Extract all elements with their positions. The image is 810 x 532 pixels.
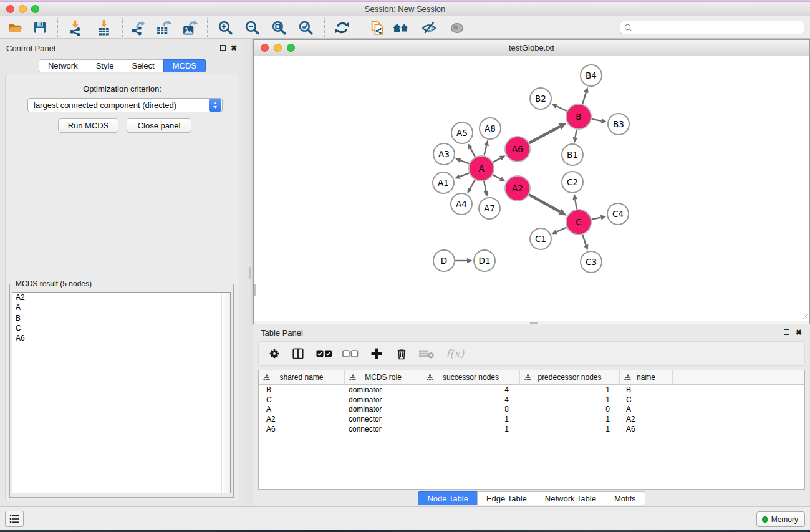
table-cell[interactable]: 1 (422, 415, 520, 423)
export-table-button[interactable] (154, 19, 171, 36)
table-cell[interactable]: 4 (422, 395, 520, 404)
table-row[interactable]: A6connector11A6 (259, 424, 804, 434)
table-cell[interactable]: A (620, 405, 673, 414)
edge-C-C3[interactable] (582, 235, 586, 245)
close-panel-icon[interactable]: ✖ (231, 45, 237, 51)
minimize-network-button[interactable] (274, 44, 282, 52)
table-cell[interactable]: 0 (520, 405, 620, 414)
table-cell[interactable]: 1 (520, 415, 620, 423)
edge-A-A2[interactable] (493, 175, 500, 179)
edge-C-C4[interactable] (592, 218, 601, 220)
zoom-selected-button[interactable] (297, 19, 314, 36)
table-cell[interactable]: A (259, 405, 345, 414)
network-window-titlebar[interactable]: testGlobe.txt (254, 40, 809, 56)
list-item[interactable]: C (12, 323, 230, 333)
edge-A-A3[interactable] (460, 160, 469, 163)
list-item[interactable]: A6 (12, 333, 230, 343)
tab-motifs[interactable]: Motifs (605, 491, 645, 505)
table-row[interactable]: Cdominator41C (259, 395, 804, 405)
edge-B-B2[interactable] (556, 106, 567, 111)
float-table-panel-icon[interactable] (784, 329, 789, 335)
float-panel-icon[interactable] (220, 45, 226, 51)
column-layout-button[interactable] (291, 344, 305, 363)
task-history-button[interactable] (5, 511, 24, 527)
table-cell[interactable]: 1 (520, 385, 620, 394)
list-item[interactable]: A (12, 302, 230, 312)
hide-selected-button[interactable] (420, 19, 438, 36)
splitter-handle[interactable] (249, 267, 251, 279)
table-cell[interactable]: A6 (259, 425, 345, 433)
maximize-network-button[interactable] (287, 44, 295, 52)
add-column-button[interactable] (370, 344, 383, 363)
list-item[interactable]: A2 (12, 293, 230, 302)
table-cell[interactable]: A6 (620, 425, 673, 433)
memory-button[interactable]: Memory (756, 511, 805, 527)
edge-A-A6[interactable] (493, 158, 501, 162)
table-cell[interactable]: 1 (520, 425, 620, 433)
search-field[interactable] (620, 21, 804, 34)
table-cell[interactable]: dominator (345, 385, 422, 394)
network-horizontal-scrollbar[interactable] (254, 321, 809, 324)
zoom-out-button[interactable] (243, 19, 261, 36)
panel-splitter[interactable] (244, 39, 253, 506)
table-cell[interactable]: 4 (422, 385, 520, 394)
import-table-button[interactable] (95, 19, 112, 36)
select-all-columns-button[interactable] (316, 344, 332, 363)
column-header-shared-name[interactable]: shared name (259, 370, 345, 384)
column-header-successor-nodes[interactable]: successor nodes (422, 370, 520, 384)
network-graph[interactable]: B4B2BB3A8A5A6A3B1AA1C2A2A4A7C4CC1C3DD1 (254, 56, 809, 321)
minimize-window-button[interactable] (19, 5, 27, 13)
table-settings-button[interactable] (268, 344, 281, 363)
table-cell[interactable]: dominator (345, 395, 422, 404)
list-scrollbar[interactable] (221, 293, 230, 493)
tab-select[interactable]: Select (123, 59, 164, 72)
table-cell[interactable]: C (259, 395, 345, 404)
show-eye-button[interactable] (448, 19, 466, 36)
maximize-window-button[interactable] (31, 5, 39, 13)
network-vertical-scroll-thumb[interactable] (254, 284, 256, 296)
close-panel-button[interactable]: Close panel (127, 118, 191, 133)
refresh-button[interactable] (333, 19, 350, 36)
network-horizontal-scroll-thumb[interactable] (530, 322, 538, 324)
criterion-select[interactable]: largest connected component (directed) (27, 98, 223, 112)
table-cell[interactable]: 8 (422, 405, 520, 414)
table-cell[interactable]: B (259, 385, 345, 394)
delete-column-button[interactable] (395, 344, 408, 363)
tab-network[interactable]: Network (39, 59, 87, 72)
edge-A2-C[interactable] (529, 195, 560, 211)
close-network-button[interactable] (261, 44, 269, 52)
table-cell[interactable]: C (620, 395, 673, 404)
edge-B-B4[interactable] (582, 92, 586, 104)
table-row[interactable]: A2connector11A2 (259, 414, 804, 424)
list-item[interactable]: B (12, 313, 230, 323)
delete-table-button[interactable] (418, 344, 435, 363)
table-cell[interactable]: connector (345, 415, 422, 423)
network-canvas[interactable]: B4B2BB3A8A5A6A3B1AA1C2A2A4A7C4CC1C3DD1 (254, 56, 809, 321)
edge-A-A7[interactable] (484, 181, 486, 191)
column-header-name[interactable]: name (620, 370, 673, 384)
function-builder-button[interactable]: f(x) (446, 344, 464, 363)
table-cell[interactable]: 1 (520, 395, 620, 404)
tab-node-table[interactable]: Node Table (418, 491, 478, 505)
close-window-button[interactable] (6, 5, 14, 13)
edge-A-A1[interactable] (460, 173, 469, 177)
table-cell[interactable]: dominator (345, 405, 422, 414)
table-cell[interactable]: 1 (422, 425, 520, 433)
edge-A-A5[interactable] (470, 148, 475, 157)
export-network-button[interactable] (128, 19, 146, 36)
edge-B-B3[interactable] (592, 119, 602, 121)
deselect-all-columns-button[interactable] (342, 344, 359, 363)
table-row[interactable]: Bdominator41B (259, 385, 804, 395)
table-row[interactable]: Adominator80A (259, 405, 804, 415)
column-header-predecessor-nodes[interactable]: predecessor nodes (520, 370, 620, 384)
table-cell[interactable]: B (620, 385, 673, 394)
export-image-button[interactable] (180, 19, 198, 36)
import-network-button[interactable] (66, 19, 84, 36)
edge-A6-B[interactable] (529, 127, 560, 143)
tab-style[interactable]: Style (87, 59, 123, 72)
save-session-button[interactable] (31, 19, 49, 36)
clone-network-button[interactable] (369, 19, 386, 36)
zoom-in-button[interactable] (216, 19, 234, 36)
mcds-result-list[interactable]: A2ABCA6 (12, 292, 231, 493)
open-session-button[interactable] (6, 19, 24, 36)
